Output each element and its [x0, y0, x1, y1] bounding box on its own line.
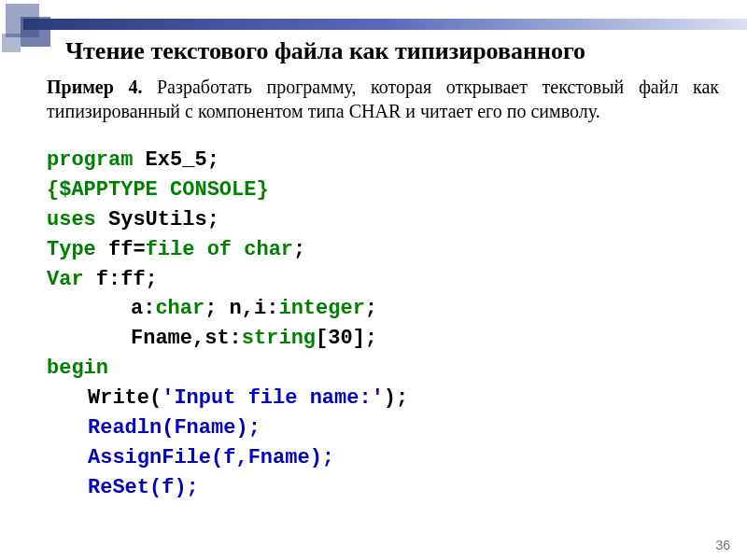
code-text: ; [365, 297, 377, 320]
example-lead: Пример 4. [47, 77, 142, 97]
code-line: AssignFile(f,Fname); [47, 443, 738, 473]
code-line: Fname,st:string[30]; [47, 324, 738, 354]
code-text: Readln(Fname); [88, 416, 261, 440]
title-bar-gradient [23, 19, 747, 30]
code-text: ; n,i: [204, 297, 278, 320]
code-text: a: [131, 297, 155, 320]
code-line: Type ff=file of char; [47, 235, 738, 265]
code-text: f:ff; [84, 268, 158, 291]
code-text: ; [293, 238, 305, 261]
code-line: {$APPTYPE CONSOLE} [47, 175, 738, 205]
keyword: integer [278, 297, 364, 320]
slide-content: Чтение текстового файла как типизированн… [47, 37, 738, 551]
code-line: uses SysUtils; [47, 205, 738, 235]
keyword: char [155, 297, 204, 320]
code-text: AssignFile(f,Fname); [88, 446, 334, 469]
code-line: Var f:ff; [47, 265, 738, 295]
keyword: begin [47, 357, 108, 380]
code-line: program Ex5_5; [47, 146, 738, 175]
keyword: file of char [146, 238, 293, 261]
keyword: uses [47, 208, 96, 231]
code-text: ff= [96, 238, 146, 261]
page-number: 36 [715, 538, 730, 553]
code-text: Ex5_5; [133, 148, 218, 172]
keyword: program [47, 148, 133, 172]
code-line: Write('Input file name:'); [47, 384, 738, 413]
code-block: program Ex5_5; {$APPTYPE CONSOLE} uses S… [47, 146, 738, 503]
code-text: [30]; [316, 327, 377, 350]
compiler-directive: {$APPTYPE CONSOLE} [47, 178, 269, 202]
code-text: ReSet(f); [88, 476, 199, 499]
keyword: Type [47, 238, 96, 261]
code-text: Write( [88, 386, 162, 410]
example-text: Пример 4. Разработать программу, которая… [47, 75, 738, 123]
code-text: SysUtils; [96, 208, 219, 231]
slide-title: Чтение текстового файла как типизированн… [47, 37, 738, 65]
example-body: Разработать программу, которая открывает… [47, 77, 719, 121]
string-literal: 'Input file name:' [162, 386, 384, 410]
code-line: begin [47, 354, 738, 384]
code-text: Fname,st: [131, 327, 242, 350]
deco-square [2, 34, 21, 52]
keyword: string [242, 327, 316, 350]
code-line: Readln(Fname); [47, 413, 738, 443]
code-line: ReSet(f); [47, 473, 738, 503]
keyword: Var [47, 268, 84, 291]
code-line: a:char; n,i:integer; [47, 294, 738, 324]
code-text: ); [384, 386, 408, 410]
